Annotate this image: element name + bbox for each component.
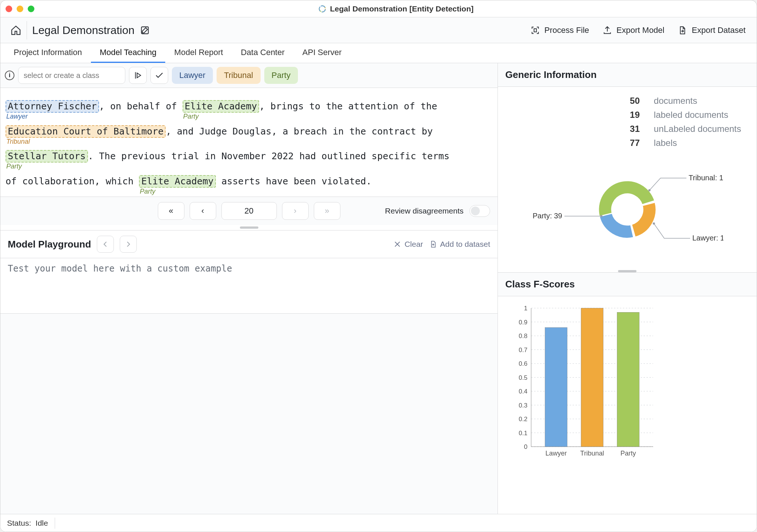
- status-value: Idle: [35, 519, 48, 528]
- svg-point-5: [600, 215, 602, 217]
- tab-data-center[interactable]: Data Center: [232, 43, 293, 63]
- svg-text:0.9: 0.9: [519, 319, 527, 326]
- info-icon[interactable]: i: [5, 71, 14, 80]
- tab-model-teaching[interactable]: Model Teaching: [91, 43, 166, 63]
- svg-rect-4: [534, 28, 537, 32]
- resize-handle[interactable]: [240, 226, 258, 229]
- svg-text:1: 1: [524, 305, 527, 312]
- window-controls: [6, 6, 34, 12]
- process-file-button[interactable]: Process File: [524, 23, 596, 37]
- playground-prev-button[interactable]: [97, 236, 114, 253]
- playground-clear-button[interactable]: Clear: [393, 240, 423, 249]
- entity-party[interactable]: Stellar TutorsParty: [6, 150, 88, 163]
- review-disagreements-label: Review disagreements: [385, 207, 464, 215]
- home-button[interactable]: [5, 21, 27, 40]
- fscore-panel: Class F-Scores 00.10.20.30.40.50.60.70.8…: [498, 272, 757, 514]
- pager-first-button[interactable]: «: [158, 202, 184, 220]
- project-name-text: Legal Demonstration: [32, 24, 135, 37]
- svg-text:0.5: 0.5: [519, 374, 527, 381]
- confirm-button[interactable]: [150, 67, 168, 84]
- svg-text:0.1: 0.1: [519, 430, 527, 437]
- stat-row: 31unLabeled documents: [623, 122, 748, 136]
- left-pane: i Lawyer Tribunal Party Attorney Fischer…: [0, 63, 498, 514]
- document-pager: « ‹ 20 › » Review disagreements: [0, 197, 498, 225]
- entity-party[interactable]: Elite AcademyParty: [139, 175, 216, 188]
- entity-label: Party: [6, 163, 22, 171]
- minimize-window-button[interactable]: [17, 6, 23, 12]
- stat-label: documents: [647, 94, 748, 108]
- class-chip-lawyer[interactable]: Lawyer: [172, 67, 213, 84]
- svg-text:Tribunal: 19: Tribunal: 19: [689, 174, 723, 182]
- pager-current[interactable]: 20: [221, 202, 277, 220]
- svg-text:0.3: 0.3: [519, 402, 527, 409]
- svg-rect-37: [581, 308, 603, 447]
- svg-rect-35: [545, 328, 567, 447]
- export-dataset-button[interactable]: Export Dataset: [671, 23, 752, 37]
- svg-text:Party: Party: [620, 450, 636, 457]
- tab-project-information[interactable]: Project Information: [5, 43, 91, 63]
- generic-info-title: Generic Information: [498, 63, 757, 87]
- auto-play-button[interactable]: [129, 67, 147, 84]
- fscore-chart: 00.10.20.30.40.50.60.70.80.91LawyerTribu…: [498, 296, 757, 473]
- class-chip-party[interactable]: Party: [264, 67, 298, 84]
- entity-label: Lawyer: [6, 113, 28, 121]
- svg-point-7: [648, 189, 651, 191]
- tab-api-server[interactable]: API Server: [293, 43, 350, 63]
- svg-text:0.2: 0.2: [519, 416, 527, 423]
- stat-label: labels: [647, 136, 748, 150]
- label-distribution-chart: Party: 39Tribunal: 19Lawyer: 19: [498, 157, 757, 269]
- x-icon: [393, 240, 401, 248]
- status-label: Status:: [7, 519, 31, 528]
- document-text[interactable]: Attorney FischerLawyer, on behalf of Eli…: [0, 88, 498, 197]
- edit-icon[interactable]: [140, 25, 150, 35]
- home-icon: [10, 25, 21, 36]
- playground-header: Model Playground Clear Add to dataset: [0, 230, 498, 258]
- close-window-button[interactable]: [6, 6, 12, 12]
- review-disagreements-toggle[interactable]: [469, 205, 490, 217]
- class-chip-tribunal[interactable]: Tribunal: [217, 67, 261, 84]
- pager-last-button[interactable]: »: [314, 202, 340, 220]
- lower-empty-area: [0, 314, 498, 514]
- tab-model-report[interactable]: Model Report: [165, 43, 232, 63]
- export-dataset-label: Export Dataset: [692, 25, 746, 35]
- entity-party[interactable]: Elite AcademyParty: [183, 100, 259, 113]
- file-plus-icon: [429, 240, 437, 248]
- stat-value: 50: [623, 94, 646, 108]
- toolbar: Legal Demonstration Process File Export …: [0, 17, 757, 43]
- play-forward-icon: [133, 71, 143, 80]
- process-file-label: Process File: [544, 25, 589, 35]
- scan-icon: [530, 25, 540, 35]
- stat-row: 77labels: [623, 136, 748, 150]
- svg-text:Lawyer: Lawyer: [545, 450, 567, 457]
- file-export-icon: [678, 25, 687, 35]
- pager-prev-button[interactable]: ‹: [190, 202, 216, 220]
- svg-rect-39: [617, 312, 639, 447]
- pager-next-button[interactable]: ›: [282, 202, 309, 220]
- entity-lawyer[interactable]: Attorney FischerLawyer: [6, 100, 99, 113]
- stat-row: 50documents: [623, 94, 748, 108]
- status-bar: Status: Idle: [0, 514, 757, 532]
- svg-text:0.7: 0.7: [519, 347, 527, 354]
- entity-label: Party: [183, 113, 199, 121]
- zoom-window-button[interactable]: [28, 6, 34, 12]
- class-input[interactable]: [18, 67, 125, 84]
- playground-add-button[interactable]: Add to dataset: [429, 240, 490, 249]
- stat-value: 77: [623, 136, 646, 150]
- stat-label: labeled documents: [647, 108, 748, 122]
- svg-text:0: 0: [524, 443, 527, 450]
- entity-tribunal[interactable]: Education Court of BaltimoreTribunal: [6, 125, 166, 138]
- export-model-label: Export Model: [617, 25, 665, 35]
- stat-row: 19labeled documents: [623, 108, 748, 122]
- svg-point-9: [653, 222, 655, 225]
- svg-text:Tribunal: Tribunal: [580, 450, 604, 457]
- fscore-title: Class F-Scores: [498, 273, 757, 296]
- check-icon: [155, 71, 164, 80]
- export-model-button[interactable]: Export Model: [596, 23, 671, 37]
- titlebar: Legal Demonstration [Entity Detection]: [0, 0, 757, 17]
- stat-value: 19: [623, 108, 646, 122]
- chevron-right-icon: [124, 240, 132, 248]
- annotation-toolbar: i Lawyer Tribunal Party: [0, 63, 498, 88]
- playground-next-button[interactable]: [120, 236, 137, 253]
- stat-label: unLabeled documents: [647, 122, 748, 136]
- playground-input[interactable]: Test your model here with a custom examp…: [0, 258, 498, 314]
